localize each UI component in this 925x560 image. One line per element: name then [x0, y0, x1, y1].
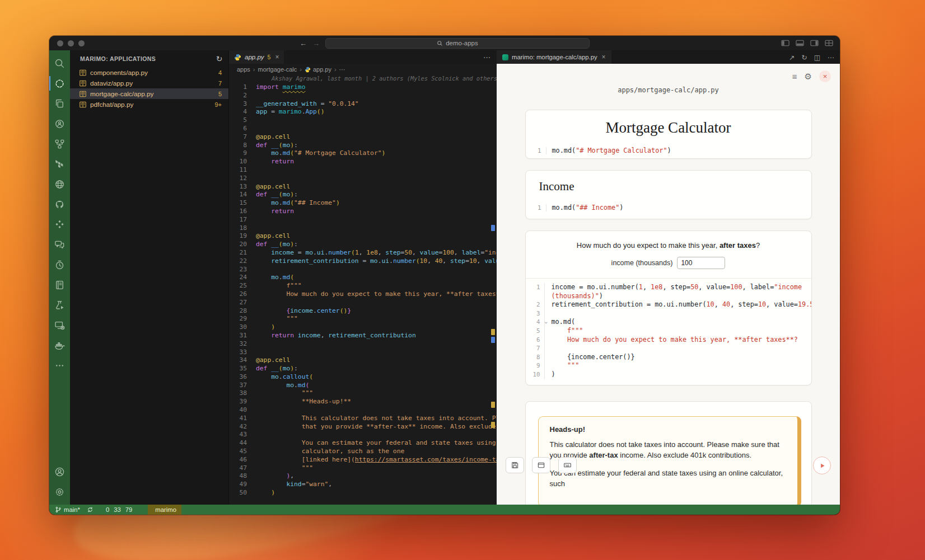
problems-status[interactable]: 0 33 79: [104, 506, 132, 513]
toggle-primary-sidebar-icon[interactable]: [781, 40, 789, 46]
tab-problem-badge: 5: [268, 54, 271, 60]
zoom-window-button[interactable]: [78, 40, 85, 46]
notebook-icon[interactable]: [49, 275, 70, 294]
code-line: 26 How much do you expect to make this y…: [229, 290, 497, 299]
code-line: 3__generated_with = "0.0.14": [229, 100, 497, 109]
code-line: 50 ): [229, 489, 497, 497]
line-number: 5: [526, 327, 544, 336]
cell-code-block[interactable]: 1income = mo.ui.number(1, 1e8, step=50, …: [526, 278, 811, 385]
income-input[interactable]: [677, 257, 725, 269]
gear-icon[interactable]: ⚙: [805, 72, 812, 81]
close-app-icon[interactable]: ×: [819, 70, 831, 82]
editor-tab-bar: app.py 5 × ⋯: [229, 50, 497, 64]
fold-chevron-icon[interactable]: ›: [541, 321, 550, 325]
line-number: 23: [229, 266, 256, 274]
more-icon[interactable]: [49, 356, 70, 375]
workspace-name: demo-apps: [446, 40, 478, 46]
customize-layout-icon[interactable]: [825, 40, 833, 46]
cell-code[interactable]: mo.md("# Mortgage Calculator"): [546, 147, 671, 154]
code-line: 19@app.cell: [229, 232, 497, 241]
code-line: 14def __(mo):: [229, 191, 497, 199]
breadcrumb-item[interactable]: ⋯: [339, 66, 345, 73]
marimo-icon: [502, 54, 508, 60]
save-button[interactable]: [506, 457, 524, 473]
code-line: 44 You can estimate your federal and sta…: [229, 439, 497, 448]
navigate-forward-button[interactable]: →: [312, 39, 320, 48]
breadcrumb-item[interactable]: app.py: [305, 66, 331, 73]
code-line: 18: [229, 224, 497, 233]
code-line: 4app = marimo.App(): [229, 108, 497, 116]
marimo-status-item[interactable]: marimo: [148, 505, 181, 515]
marimo-extension-icon[interactable]: [49, 74, 70, 93]
cell-count-badge: 4: [218, 69, 222, 76]
remote-explorer-icon[interactable]: [49, 316, 70, 335]
run-button[interactable]: [813, 457, 831, 474]
tab-marimo-preview[interactable]: marimo: mortgage-calc/app.py ×: [497, 50, 611, 64]
globe-icon[interactable]: [49, 175, 70, 194]
line-number: 2: [526, 300, 544, 309]
comments-icon[interactable]: [49, 235, 70, 254]
editor-actions-more-icon[interactable]: ⋯: [483, 53, 491, 62]
docker-icon[interactable]: [49, 336, 70, 355]
refresh-icon[interactable]: ↻: [216, 54, 223, 63]
line-number: 43: [229, 431, 256, 439]
command-center-search[interactable]: demo-apps: [325, 38, 590, 49]
minimize-window-button[interactable]: [68, 40, 74, 46]
code-line: 40: [229, 406, 497, 415]
line-number: 8: [526, 353, 544, 362]
breadcrumb-item[interactable]: mortgage-calc: [258, 66, 297, 73]
close-tab-icon[interactable]: ×: [275, 53, 279, 61]
code-editor[interactable]: 1import marimo23__generated_with = "0.0.…: [229, 83, 497, 505]
github-icon[interactable]: [49, 195, 70, 214]
line-number: 38: [229, 389, 256, 398]
overview-ruler[interactable]: [491, 97, 496, 505]
sidebar-item-dataviz-app-py[interactable]: dataviz/app.py7: [70, 78, 228, 88]
toggle-secondary-sidebar-icon[interactable]: [810, 40, 819, 46]
test-run-icon[interactable]: [49, 295, 70, 314]
file-label: dataviz/app.py: [90, 79, 218, 87]
terraform-icon[interactable]: [49, 154, 70, 173]
code-line: 34@app.cell: [229, 356, 497, 365]
cell-code[interactable]: mo.md("## Income"): [546, 204, 624, 211]
line-number: 2: [229, 92, 256, 100]
search-icon[interactable]: [49, 54, 70, 73]
test-explorer-icon[interactable]: [49, 114, 70, 133]
sidebar-item-mortgage-calc-app-py[interactable]: mortgage-calc/app.py5: [70, 88, 228, 99]
open-in-editor-icon[interactable]: ↗: [789, 53, 795, 62]
sidebar-item-components-app-py[interactable]: components/app.py4: [70, 67, 228, 78]
line-number: 16: [229, 208, 256, 216]
settings-icon[interactable]: [49, 482, 70, 501]
line-number: [526, 292, 544, 301]
cell-card-income: Income 1 mo.md("## Income"): [525, 170, 812, 219]
code-line: 33: [229, 349, 497, 357]
reload-icon[interactable]: ↻: [801, 53, 807, 62]
account-icon[interactable]: [49, 462, 70, 481]
more-actions-icon[interactable]: ⋯: [828, 53, 835, 62]
pieces-icon[interactable]: [49, 215, 70, 234]
keyboard-button[interactable]: [558, 457, 577, 473]
split-editor-icon[interactable]: ◫: [814, 53, 821, 62]
line-number: 14: [229, 191, 256, 199]
menu-icon[interactable]: ≡: [792, 72, 797, 81]
symbols-icon[interactable]: [49, 134, 70, 153]
line-number: 10: [229, 158, 256, 166]
line-number: 41: [229, 415, 256, 423]
close-tab-icon[interactable]: ×: [602, 53, 606, 61]
sync-changes-button[interactable]: [87, 505, 94, 515]
code-line: 9 mo.md("# Mortgage Calculator"): [229, 149, 497, 158]
close-window-button[interactable]: [57, 40, 63, 46]
tab-app-py[interactable]: app.py 5 ×: [229, 50, 284, 64]
window-button[interactable]: [532, 457, 550, 473]
breadcrumb-item[interactable]: apps: [237, 66, 250, 73]
code-line: 29 """: [229, 315, 497, 323]
copy-files-icon[interactable]: [49, 94, 70, 113]
traffic-lights: [57, 40, 85, 46]
sidebar-item-pdfchat-app-py[interactable]: pdfchat/app.py9+: [70, 99, 228, 110]
timer-icon[interactable]: [49, 255, 70, 274]
git-branch-status[interactable]: main*: [55, 505, 80, 515]
navigate-back-button[interactable]: ←: [300, 39, 307, 48]
ruler-change-mark: [491, 402, 495, 408]
toggle-panel-icon[interactable]: [796, 40, 804, 46]
python-icon: [234, 54, 241, 61]
cell-code-line: 5 f""": [526, 327, 811, 336]
